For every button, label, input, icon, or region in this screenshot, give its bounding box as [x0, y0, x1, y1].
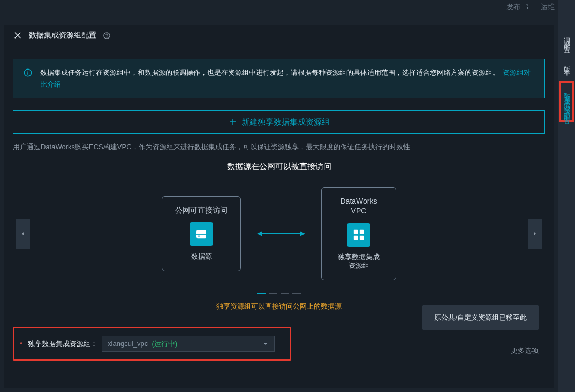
- required-marker: *: [20, 340, 22, 348]
- svg-rect-11: [354, 230, 358, 234]
- panel-header: 数据集成资源组配置: [13, 25, 545, 46]
- dot[interactable]: [257, 293, 266, 294]
- svg-rect-14: [360, 236, 364, 240]
- tab-di-resource-config[interactable]: 数据集成资源组配置: [559, 81, 574, 122]
- create-resource-group-button[interactable]: 新建独享数据集成资源组: [13, 110, 545, 134]
- alert-text: 数据集成任务运行在资源组中，和数据源的联调操作，也是在资源组中进行发起，请根据每…: [40, 68, 500, 76]
- publish-button[interactable]: 发布: [506, 2, 529, 12]
- plus-icon: [229, 118, 237, 126]
- svg-rect-6: [196, 234, 206, 235]
- chevron-down-icon: [262, 341, 269, 347]
- close-icon[interactable]: [13, 30, 22, 40]
- moved-notice-toast: 原公共/自定义资源组已移至此: [422, 305, 539, 330]
- external-icon: [523, 4, 529, 10]
- diagram-box-vpc: DataWorks VPC 独享数据集成 资源组: [321, 187, 396, 280]
- svg-rect-12: [360, 230, 364, 234]
- dot[interactable]: [292, 293, 301, 294]
- datasource-icon: [190, 222, 213, 246]
- carousel-next[interactable]: [528, 219, 542, 249]
- panel-title: 数据集成资源组配置: [29, 30, 96, 40]
- chevron-left-icon: [20, 229, 26, 238]
- bidirectional-arrow-icon: [257, 230, 305, 237]
- carousel-prev[interactable]: [16, 219, 30, 249]
- tab-schedule-config[interactable]: 调度配置: [562, 30, 571, 47]
- svg-rect-7: [198, 236, 200, 237]
- right-sidebar: 调度配置 版本 数据集成资源组配置: [558, 0, 575, 392]
- svg-rect-13: [354, 236, 358, 240]
- more-options-link[interactable]: 更多选项: [511, 346, 539, 356]
- carousel-dots: [13, 293, 545, 294]
- tab-version[interactable]: 版本: [562, 59, 571, 70]
- diagram-box-datasource: 公网可直接访问 数据源: [162, 196, 241, 271]
- network-diagram: 公网可直接访问 数据源 DataWorks VPC 独享数据集成: [162, 187, 396, 280]
- diagram-title: 数据源在公网可以被直接访问: [13, 162, 545, 172]
- resource-group-icon: [347, 223, 370, 247]
- field-label: 独享数据集成资源组：: [28, 339, 97, 349]
- help-icon[interactable]: [103, 32, 111, 40]
- dot[interactable]: [281, 293, 289, 294]
- config-panel: 数据集成资源组配置 数据集成任务运行在资源组中，和数据源的联调操作，也是在资源组…: [4, 25, 554, 388]
- top-bar: 发布 运维: [0, 0, 575, 14]
- diagram-carousel: 公网可直接访问 数据源 DataWorks VPC 独享数据集成: [13, 180, 545, 287]
- dot[interactable]: [269, 293, 277, 294]
- svg-marker-9: [257, 231, 262, 236]
- resource-group-select[interactable]: xiangcui_vpc (运行中): [102, 336, 275, 352]
- svg-marker-10: [300, 231, 305, 236]
- info-icon: [23, 68, 33, 78]
- resource-group-field: * 独享数据集成资源组： xiangcui_vpc (运行中): [13, 327, 291, 361]
- description-text: 用户通过DataWorks购买ECS构建VPC，作为资源组来进行数据集成任务，可…: [13, 142, 545, 152]
- svg-point-1: [107, 37, 107, 37]
- info-alert: 数据集成任务运行在资源组中，和数据源的联调操作，也是在资源组中进行发起，请根据每…: [13, 59, 545, 98]
- chevron-right-icon: [532, 229, 538, 238]
